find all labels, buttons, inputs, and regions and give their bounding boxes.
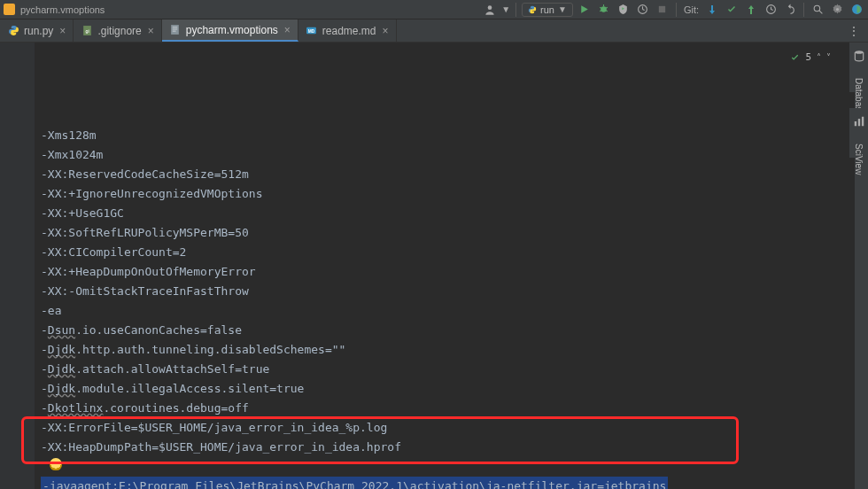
- close-icon[interactable]: ×: [284, 24, 291, 36]
- code-line[interactable]: -XX:HeapDumpPath=$USER_HOME/java_error_i…: [41, 438, 854, 457]
- code-line[interactable]: -XX:ReservedCodeCacheSize=512m: [41, 165, 854, 184]
- tab-label: readme.md: [322, 25, 376, 37]
- code-line[interactable]: -XX:CICompilerCount=2: [41, 243, 854, 262]
- tool-window-label: SciView: [854, 144, 864, 175]
- tool-window-sciview[interactable]: SciView: [849, 108, 868, 158]
- code-line[interactable]: -Xmx1024m: [41, 145, 854, 165]
- svg-rect-26: [857, 119, 859, 126]
- intention-bulb-icon[interactable]: [50, 458, 62, 470]
- chevron-down-icon[interactable]: ˅: [826, 48, 831, 67]
- code-line[interactable]: -XX:+IgnoreUnrecognizedVMOptions: [41, 184, 854, 204]
- toolbar-separator: [676, 3, 677, 17]
- extension-icon[interactable]: [849, 2, 864, 18]
- git-update-button[interactable]: [704, 2, 720, 18]
- tab-run-py[interactable]: run.py ×: [0, 19, 74, 42]
- coverage-button[interactable]: [616, 2, 632, 18]
- main-toolbar: pycharm.vmoptions ▼ run ▼ Git: [0, 0, 868, 19]
- code-line[interactable]: -Djdk.attach.allowAttachSelf=true: [41, 360, 854, 379]
- tab-gitignore[interactable]: gi .gitignore ×: [74, 19, 161, 42]
- git-rollback-button[interactable]: [782, 2, 798, 18]
- code-line[interactable]: -XX:-OmitStackTraceInFastThrow: [41, 282, 854, 301]
- close-icon[interactable]: ×: [383, 25, 389, 37]
- python-icon: [7, 25, 19, 37]
- svg-text:MD: MD: [308, 29, 315, 34]
- toolbar-separator: [515, 3, 516, 17]
- editor-tabbar: run.py × gi .gitignore × pycharm.vmoptio…: [0, 19, 868, 43]
- code-line[interactable]: -javaagent:E:\Program Files\JetBrains\Py…: [41, 477, 854, 489]
- run-config-label: run: [540, 4, 554, 15]
- git-push-button[interactable]: [743, 2, 759, 18]
- search-button[interactable]: [810, 2, 825, 18]
- tab-readme[interactable]: MD readme.md ×: [298, 19, 397, 42]
- svg-rect-10: [659, 6, 665, 12]
- database-icon: [853, 50, 865, 62]
- run-config-selector[interactable]: run ▼: [522, 3, 573, 17]
- code-line[interactable]: -ea: [41, 301, 854, 321]
- markdown-icon: MD: [306, 25, 318, 37]
- check-icon: [790, 53, 800, 63]
- code-line[interactable]: -XX:+UseG1GC: [41, 204, 854, 223]
- code-line[interactable]: -Djdk.module.illegalAccess.silent=true: [41, 379, 854, 399]
- breadcrumb: pycharm.vmoptions: [20, 4, 105, 15]
- tab-vmoptions[interactable]: pycharm.vmoptions ×: [162, 19, 298, 42]
- svg-rect-18: [171, 25, 179, 35]
- user-dropdown-icon[interactable]: ▼: [501, 4, 510, 14]
- chevron-down-icon: ▼: [558, 4, 567, 14]
- git-history-button[interactable]: [763, 2, 779, 18]
- profile-button[interactable]: [635, 2, 651, 18]
- code-line[interactable]: [41, 457, 854, 477]
- python-icon: [528, 5, 537, 14]
- svg-line-13: [819, 11, 822, 13]
- app-icon: [4, 4, 15, 15]
- git-label: Git:: [684, 4, 699, 15]
- close-icon[interactable]: ×: [148, 25, 154, 37]
- issue-count: 5: [805, 48, 811, 67]
- chevron-up-icon[interactable]: ˄: [817, 48, 821, 67]
- svg-point-24: [855, 50, 863, 54]
- run-button[interactable]: [577, 2, 593, 18]
- toolbar-separator: [803, 3, 804, 17]
- code-line[interactable]: -Dsun.io.useCanonCaches=false: [41, 321, 854, 340]
- settings-button[interactable]: [829, 2, 845, 18]
- code-line[interactable]: -XX:ErrorFile=$USER_HOME/java_error_in_i…: [41, 418, 854, 438]
- gitignore-icon: gi: [81, 25, 93, 37]
- editor-gutter: [0, 43, 35, 489]
- text-file-icon: [169, 24, 182, 36]
- svg-rect-27: [861, 117, 863, 127]
- sciview-icon: [853, 115, 865, 128]
- code-line[interactable]: -Dkotlinx.coroutines.debug=off: [41, 399, 854, 418]
- svg-text:gi: gi: [85, 28, 89, 34]
- code-editor[interactable]: 5 ˄ ˅ -Xms128m-Xmx1024m-XX:ReservedCodeC…: [35, 43, 854, 489]
- svg-point-12: [814, 5, 820, 12]
- git-commit-button[interactable]: [724, 2, 740, 18]
- debug-button[interactable]: [596, 2, 612, 18]
- svg-point-1: [601, 6, 608, 12]
- tool-window-database[interactable]: Database: [849, 43, 868, 92]
- svg-rect-25: [854, 121, 856, 126]
- editor-area: 5 ˄ ˅ -Xms128m-Xmx1024m-XX:ReservedCodeC…: [0, 43, 868, 489]
- code-line[interactable]: -Djdk.http.auth.tunneling.disabledScheme…: [41, 340, 854, 360]
- tab-label: run.py: [24, 25, 53, 37]
- code-line[interactable]: -XX:+HeapDumpOnOutOfMemoryError: [41, 262, 854, 282]
- selected-text[interactable]: -javaagent:E:\Program Files\JetBrains\Py…: [41, 477, 668, 489]
- stop-button[interactable]: [655, 2, 670, 18]
- tab-label: .gitignore: [97, 25, 141, 37]
- tab-overflow-icon[interactable]: ⋮: [848, 24, 861, 38]
- code-line[interactable]: -Xms128m: [41, 126, 854, 145]
- close-icon[interactable]: ×: [59, 25, 66, 37]
- tab-label: pycharm.vmoptions: [186, 24, 278, 36]
- svg-point-0: [488, 5, 492, 10]
- svg-line-9: [643, 10, 645, 11]
- inspection-status[interactable]: 5 ˄ ˅: [790, 48, 831, 67]
- code-line[interactable]: -XX:SoftRefLRUPolicyMSPerMB=50: [41, 223, 854, 243]
- user-icon[interactable]: [482, 2, 498, 18]
